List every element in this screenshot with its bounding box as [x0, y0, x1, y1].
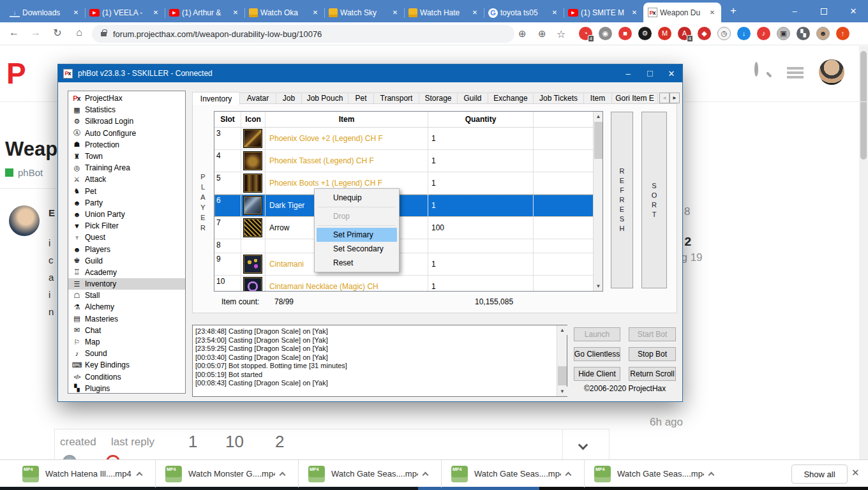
inventory-row-slot-8[interactable]: 8 [214, 239, 602, 253]
extension-uploader-icon[interactable]: ↑ [836, 27, 849, 40]
reload-icon[interactable]: ↻ [50, 27, 64, 39]
refresh-button[interactable]: R E F R E S H [611, 112, 633, 288]
phbot-maximize-button[interactable] [639, 64, 661, 82]
menu-item-reset[interactable]: Reset [317, 256, 397, 270]
sidebar-item-auto-configure[interactable]: ⒶAuto Configure [68, 128, 185, 139]
post-author-avatar[interactable] [9, 205, 40, 236]
tab-close-icon[interactable]: ✕ [311, 8, 320, 17]
sidebar-item-chat[interactable]: ✉Chat [68, 325, 185, 336]
sidebar-item-key-bindings[interactable]: ⌨Key Bindings [68, 359, 185, 371]
log-scrollbar-thumb[interactable] [558, 366, 567, 385]
return-scroll-button[interactable]: Return Scroll [629, 367, 676, 381]
sidebar-item-academy[interactable]: ♖Academy [68, 267, 185, 278]
browser-tab-1-smite-m[interactable]: ▶(1) SMITE M✕ [564, 3, 643, 22]
inventory-scrollbar[interactable]: ▲ ▼ [593, 112, 602, 291]
sidebar-item-conditions[interactable]: </>Conditions [68, 371, 185, 383]
sidebar-item-attack[interactable]: ⚔Attack [68, 174, 185, 185]
expand-summary-button[interactable] [580, 440, 587, 451]
tab-close-icon[interactable]: ✕ [151, 8, 160, 17]
browser-tab-1-veela[interactable]: ▶(1) VEELA -✕ [85, 3, 165, 22]
download-item-3[interactable]: MP4Watch Gate Seas....mp4 [308, 466, 431, 482]
inventory-row-slot-4[interactable]: 4Phoenix Tasset (Legend) CH F1 [214, 150, 602, 172]
column-header-item[interactable]: Item [266, 112, 428, 127]
sidebar-item-protection[interactable]: ☗Protection [68, 139, 185, 151]
menu-item-set-primary[interactable]: Set Primary [317, 228, 397, 242]
extension-gear-badge-icon[interactable]: ⚙ [638, 27, 652, 40]
new-tab-button[interactable]: + [725, 3, 742, 20]
browser-tab-weapon-du[interactable]: PxWeapon Du✕ [643, 3, 721, 22]
minimize-button[interactable]: – [780, 0, 809, 22]
stop-bot-button[interactable]: Stop Bot [629, 347, 676, 361]
extension-film-reel-icon[interactable]: ◉ [599, 27, 612, 40]
browser-tab-watch-hate[interactable]: Watch Hate✕ [404, 3, 484, 22]
download-item-5[interactable]: MP4Watch Gate Seas....mp4 [594, 466, 717, 482]
phbot-close-button[interactable]: ✕ [661, 64, 682, 82]
inventory-row-slot-5[interactable]: 5Phoenix Boots +1 (Legend) CH F1 [214, 172, 602, 195]
phbot-minimize-button[interactable]: – [617, 64, 639, 82]
sidebar-item-masteries[interactable]: ▤Masteries [68, 313, 185, 325]
extension-window-capture-icon[interactable]: ▣ [777, 27, 790, 40]
sort-button[interactable]: S O R T [641, 112, 667, 288]
phbot-titlebar[interactable]: Px phBot v23.8.3 - SSKILLER - Connected … [58, 64, 682, 82]
page-scrollbar-thumb[interactable] [860, 51, 867, 160]
bookmark-star-icon[interactable]: ☆ [557, 28, 565, 40]
sidebar-item-stall[interactable]: ☖Stall [68, 290, 185, 301]
extension-volume-icon[interactable]: ♪ [757, 27, 770, 40]
phbot-tab-gori-item-e[interactable]: Gori Item E [612, 93, 658, 104]
tab-scroll-left-icon[interactable]: ◄ [659, 93, 670, 103]
maximize-button[interactable] [809, 0, 839, 22]
inventory-row-slot-9[interactable]: 9Cintamani1 [214, 253, 602, 276]
extension-video-downloader-icon[interactable]: ↓ [737, 27, 751, 40]
close-button[interactable]: ✕ [839, 0, 868, 22]
browser-tab-1-arthur[interactable]: ▶(1) Arthur &✕ [165, 3, 244, 22]
menu-item-unequip[interactable]: Unequip [317, 191, 397, 205]
extension-profile-avatar-icon[interactable]: ☻ [816, 27, 830, 40]
sidebar-item-training-area[interactable]: ◎Training Area [68, 162, 185, 174]
sidebar-item-quest[interactable]: ♆Quest [68, 232, 185, 243]
sidebar-item-projecthax[interactable]: PxProjectHax [68, 93, 185, 104]
address-bar[interactable]: forum.projecthax.com/t/weapon-durability… [92, 25, 514, 43]
sidebar-item-alchemy[interactable]: ⚗Alchemy [68, 301, 185, 313]
column-header-icon[interactable]: Icon [241, 112, 266, 127]
log-box[interactable]: [23:48:48] Casting [Dragon Scale] on [Ya… [192, 325, 567, 397]
download-item-4[interactable]: MP4Watch Gate Seas....mp4 [451, 466, 574, 482]
page-scrollbar[interactable] [859, 46, 868, 459]
browser-tab-watch-sky[interactable]: Watch Sky✕ [324, 3, 404, 22]
browser-tab-toyota-ts05[interactable]: Gtoyota ts05✕ [484, 3, 564, 22]
sidebar-item-union-party[interactable]: ☻Union Party [68, 209, 185, 220]
phbot-tab-pet[interactable]: Pet [348, 93, 374, 104]
download-expand-icon[interactable] [423, 468, 428, 480]
inventory-row-slot-7[interactable]: 7Arrow100 [214, 217, 602, 239]
inventory-scrollbar-thumb[interactable] [594, 122, 602, 159]
tab-close-icon[interactable]: ✕ [708, 8, 717, 17]
tab-close-icon[interactable]: ✕ [630, 8, 639, 17]
extension-gmail-icon[interactable]: M [658, 27, 671, 40]
column-header-slot[interactable]: Slot [214, 112, 241, 127]
extension-puzzle-icon[interactable]: ▚ [797, 27, 810, 40]
column-header-quantity[interactable]: Quantity [428, 112, 534, 127]
tab-close-icon[interactable]: ✕ [470, 8, 479, 17]
show-all-button[interactable]: Show all [791, 464, 848, 484]
menu-item-set-secondary[interactable]: Set Secondary [317, 242, 397, 256]
sidebar-item-statistics[interactable]: ▦Statistics [68, 104, 185, 115]
log-scroll-up-icon[interactable]: ▲ [557, 325, 567, 335]
log-scrollbar[interactable]: ▲ ▼ [557, 325, 567, 396]
phbot-tab-storage[interactable]: Storage [419, 93, 458, 104]
forward-icon[interactable]: → [29, 27, 43, 38]
sidebar-item-sound[interactable]: ♪Sound [68, 348, 185, 359]
target-plus-icon[interactable]: ⊕ [518, 28, 527, 40]
sidebar-item-pet[interactable]: ♞Pet [68, 186, 185, 197]
extension-stop-hand-icon[interactable]: ■ [618, 27, 632, 40]
phbot-tab-inventory[interactable]: Inventory [192, 92, 240, 105]
sidebar-item-guild[interactable]: ♚Guild [68, 255, 185, 267]
inventory-row-slot-3[interactable]: 3Phoenix Glove +2 (Legend) CH F1 [214, 128, 602, 150]
inventory-row-slot-10[interactable]: 10Cintamani Necklace (Magic) CH1 [214, 276, 602, 292]
download-expand-icon[interactable] [280, 468, 285, 480]
forum-search-icon[interactable] [754, 64, 758, 75]
home-icon[interactable]: ⌂ [72, 27, 86, 38]
tab-close-icon[interactable]: ✕ [550, 8, 559, 17]
hide-client-button[interactable]: Hide Client [574, 367, 620, 381]
scroll-up-icon[interactable]: ▲ [594, 112, 603, 121]
zoom-in-icon[interactable]: ⊕ [538, 28, 546, 40]
browser-tab-watch-oka[interactable]: Watch Oka✕ [244, 3, 324, 22]
